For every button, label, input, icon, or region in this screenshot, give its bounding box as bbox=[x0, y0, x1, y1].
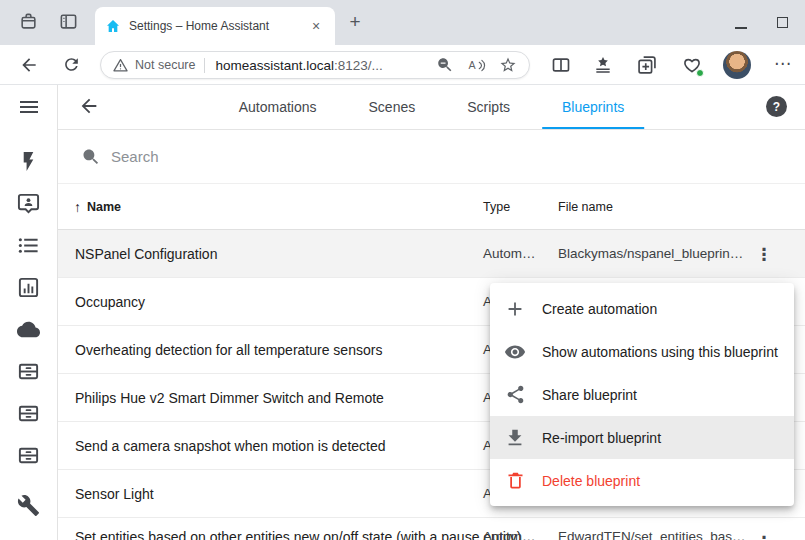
add-favorite-star-icon[interactable] bbox=[499, 56, 517, 74]
menu-item-show-automations[interactable]: Show automations using this blueprint bbox=[490, 330, 794, 373]
menu-item-reimport-blueprint[interactable]: Re-import blueprint bbox=[490, 416, 794, 459]
collections-icon[interactable] bbox=[637, 55, 657, 75]
search-bar bbox=[58, 130, 805, 184]
main-content: Automations Scenes Scripts Blueprints ? … bbox=[58, 85, 805, 540]
workspaces-icon[interactable] bbox=[19, 12, 38, 31]
browser-titlebar: Settings – Home Assistant × + bbox=[0, 0, 805, 45]
list-icon[interactable] bbox=[17, 234, 40, 257]
tab-scenes[interactable]: Scenes bbox=[343, 85, 442, 129]
row-overflow-menu-button[interactable]: ⋮ bbox=[752, 242, 776, 266]
wrench-icon[interactable] bbox=[17, 494, 40, 517]
column-header-name[interactable]: ↑ Name bbox=[74, 184, 121, 229]
sort-ascending-icon: ↑ bbox=[74, 199, 81, 215]
row-name: Send a camera snapshot when motion is de… bbox=[75, 422, 386, 469]
read-aloud-icon[interactable]: A bbox=[467, 56, 486, 75]
zoom-out-icon[interactable] bbox=[436, 56, 454, 74]
profile-avatar[interactable] bbox=[723, 51, 751, 79]
address-divider bbox=[204, 58, 205, 73]
search-input[interactable] bbox=[111, 148, 782, 165]
dresser-icon-2[interactable] bbox=[17, 402, 40, 425]
sidebar bbox=[0, 85, 58, 540]
row-type: Autom… bbox=[483, 518, 536, 540]
status-badge bbox=[696, 69, 704, 77]
top-tabs: Automations Scenes Scripts Blueprints bbox=[213, 85, 651, 129]
dresser-icon-1[interactable] bbox=[17, 360, 40, 383]
url-text[interactable]: homeassistant.local:8123/... bbox=[215, 58, 423, 73]
row-type: Autom… bbox=[483, 230, 536, 277]
row-name: Overheating detection for all temperatur… bbox=[75, 326, 382, 373]
app-toolbar: Automations Scenes Scripts Blueprints ? bbox=[58, 85, 805, 130]
row-name: Philips Hue v2 Smart Dimmer Switch and R… bbox=[75, 374, 384, 421]
back-icon[interactable] bbox=[19, 55, 39, 75]
row-file: Blackymas/nspanel_blueprin… bbox=[558, 230, 743, 277]
url-host: homeassistant.local bbox=[215, 58, 334, 73]
column-header-type[interactable]: Type bbox=[483, 184, 510, 229]
tab-title: Settings – Home Assistant bbox=[129, 19, 299, 33]
column-header-name-label: Name bbox=[87, 200, 121, 214]
table-row[interactable]: Set entities based on other entities new… bbox=[58, 518, 805, 540]
dresser-icon-3[interactable] bbox=[17, 444, 40, 467]
row-name: Sensor Light bbox=[75, 470, 154, 517]
split-screen-icon[interactable] bbox=[551, 55, 571, 75]
share-icon bbox=[504, 384, 526, 405]
eye-icon bbox=[504, 341, 526, 363]
tab-close-button[interactable]: × bbox=[307, 17, 325, 35]
plus-icon bbox=[504, 298, 526, 320]
address-bar[interactable]: Not secure homeassistant.local:8123/... … bbox=[100, 51, 530, 79]
chart-box-icon[interactable] bbox=[17, 276, 40, 299]
cloud-icon[interactable] bbox=[17, 318, 40, 341]
favorites-icon[interactable] bbox=[593, 55, 613, 75]
home-assistant-app: Automations Scenes Scripts Blueprints ? … bbox=[0, 85, 805, 540]
url-path: :8123/... bbox=[334, 58, 383, 73]
tab-scripts[interactable]: Scripts bbox=[441, 85, 536, 129]
row-file: EdwardTEN/set_entities_bas… bbox=[558, 518, 746, 540]
ha-back-icon[interactable] bbox=[78, 95, 100, 117]
menu-item-label: Create automation bbox=[542, 301, 657, 317]
refresh-icon[interactable] bbox=[62, 55, 81, 74]
security-label[interactable]: Not secure bbox=[135, 58, 195, 72]
menu-item-create-automation[interactable]: Create automation bbox=[490, 287, 794, 330]
help-button[interactable]: ? bbox=[766, 96, 787, 117]
more-menu-icon[interactable]: ⋯ bbox=[774, 53, 791, 74]
menu-item-delete-blueprint[interactable]: Delete blueprint bbox=[490, 459, 794, 502]
assist-icon[interactable] bbox=[17, 192, 40, 215]
new-tab-button[interactable]: + bbox=[344, 11, 366, 33]
table-header: ↑ Name Type File name bbox=[58, 184, 805, 230]
browser-navbar: Not secure homeassistant.local:8123/... … bbox=[0, 45, 805, 85]
tab-automations[interactable]: Automations bbox=[213, 85, 343, 129]
flash-icon[interactable] bbox=[17, 150, 40, 173]
row-name: Occupancy bbox=[75, 278, 145, 325]
svg-text:A: A bbox=[469, 59, 477, 71]
vertical-tabs-icon[interactable] bbox=[59, 12, 78, 31]
row-name: NSPanel Configuration bbox=[75, 230, 217, 277]
table-row[interactable]: NSPanel Configuration Autom… Blackymas/n… bbox=[58, 230, 805, 278]
row-overflow-menu-button[interactable]: ⋮ bbox=[752, 530, 776, 540]
menu-item-share-blueprint[interactable]: Share blueprint bbox=[490, 373, 794, 416]
search-icon bbox=[81, 147, 101, 167]
download-icon bbox=[504, 427, 526, 449]
minimize-button[interactable] bbox=[735, 27, 747, 29]
tab-blueprints[interactable]: Blueprints bbox=[536, 85, 650, 129]
menu-item-label: Share blueprint bbox=[542, 387, 637, 403]
row-name: Set entities based on other entities new… bbox=[75, 518, 521, 540]
not-secure-warning-icon bbox=[113, 58, 128, 73]
column-header-file[interactable]: File name bbox=[558, 184, 613, 229]
trash-icon bbox=[504, 470, 526, 491]
row-context-menu: Create automation Show automations using… bbox=[490, 283, 794, 506]
maximize-button[interactable] bbox=[777, 17, 788, 28]
menu-item-label: Show automations using this blueprint bbox=[542, 344, 778, 360]
browser-tab[interactable]: Settings – Home Assistant × bbox=[95, 7, 335, 45]
home-assistant-logo bbox=[105, 18, 121, 34]
hamburger-menu-icon[interactable] bbox=[17, 95, 41, 119]
menu-item-label: Re-import blueprint bbox=[542, 430, 661, 446]
browser-essentials-icon[interactable] bbox=[682, 55, 702, 75]
menu-item-label: Delete blueprint bbox=[542, 473, 640, 489]
